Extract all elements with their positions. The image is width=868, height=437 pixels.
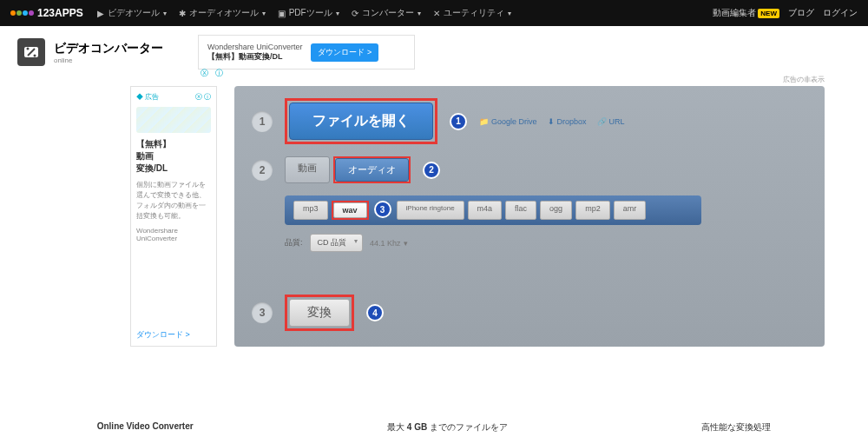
ad-image [136, 107, 211, 133]
annotation-callout-2: 2 [423, 162, 440, 179]
right-nav: 動画編集者 NEW ブログ ログイン [713, 7, 858, 19]
convert-button[interactable]: 変換 [289, 299, 350, 327]
format-flac[interactable]: flac [505, 201, 536, 220]
page-subtitle: online [54, 56, 163, 64]
tab-audio[interactable]: オーディオ [335, 158, 409, 182]
annotation-callout-1: 1 [450, 113, 467, 130]
brand-text: 123APPS [37, 7, 83, 19]
tab-video[interactable]: 動画 [285, 156, 330, 183]
chevron-down-icon: ▾ [262, 10, 266, 17]
chevron-down-icon: ▾ [418, 10, 421, 17]
ad-text: Wondershare UniConverter 【無料】動画変換/DL [207, 43, 302, 63]
logo-dots-icon [10, 10, 34, 16]
ad-brand: Wondershare UniConverter [136, 227, 211, 242]
format-mp2[interactable]: mp2 [575, 201, 610, 220]
nav-utility[interactable]: ✕ ユーティリティ ▾ [433, 7, 511, 19]
converter-panel: 1 ファイルを開く 1 📁 Google Drive ⬇ Dropbox 🔗 U… [234, 86, 825, 347]
google-drive-link[interactable]: 📁 Google Drive [479, 117, 537, 126]
topbar: 123APPS ▶ ビデオツール ▾ ✱ オーディオツール ▾ ▣ PDFツール… [0, 0, 868, 26]
footer-performance: 高性能な変換処理 [701, 421, 771, 434]
open-file-button[interactable]: ファイルを開く [289, 103, 433, 140]
nav-pdf-tools[interactable]: ▣ PDFツール ▾ [278, 7, 339, 19]
media-type-tabs: 動画 オーディオ [285, 156, 411, 183]
chevron-down-icon: ▾ [508, 10, 511, 17]
chevron-down-icon: ▾ [163, 10, 167, 17]
app-icon [17, 38, 45, 66]
url-link[interactable]: 🔗 URL [597, 117, 625, 126]
annotation-callout-4: 4 [366, 304, 384, 321]
nav-login[interactable]: ログイン [823, 7, 858, 19]
annotation-box-1: ファイルを開く [285, 98, 437, 144]
format-ringtone[interactable]: iPhone ringtone [397, 201, 464, 220]
svg-point-1 [27, 48, 30, 50]
page-title: ビデオコンバーター [54, 41, 163, 56]
nav-video-editor[interactable]: 動画編集者 NEW [713, 7, 779, 19]
ad-disclaimer-link[interactable]: 広告の非表示 [17, 75, 825, 84]
quality-select[interactable]: CD 品質 [310, 234, 364, 252]
footer: Online Video Converter 最大 4 GB までのファイルをア… [0, 421, 868, 434]
format-ogg[interactable]: ogg [540, 201, 572, 220]
frequency-display: 44.1 Khz ▾ [370, 239, 408, 248]
step-2: 2 動画 オーディオ 2 [252, 156, 807, 183]
footer-filesize: 最大 4 GB までのファイルをア [387, 421, 508, 434]
format-m4a[interactable]: m4a [468, 201, 503, 220]
cloud-source-links: 📁 Google Drive ⬇ Dropbox 🔗 URL [479, 117, 625, 126]
quality-label: 品質: [285, 237, 303, 248]
nav-converter[interactable]: ⟳ コンバーター ▾ [352, 7, 421, 19]
annotation-box-4: 変換 [285, 295, 354, 331]
ad-download-link[interactable]: ダウンロード > [136, 329, 211, 341]
brand-logo[interactable]: 123APPS [10, 7, 83, 19]
dropbox-link[interactable]: ⬇ Dropbox [548, 117, 587, 126]
horizontal-ad[interactable]: Wondershare UniConverter 【無料】動画変換/DL ダウン… [198, 35, 415, 70]
annotation-box-2: オーディオ [333, 156, 411, 183]
format-wav[interactable]: wav [333, 202, 367, 218]
format-selector: mp3 wav 3 iPhone ringtone m4a flac ogg m… [285, 195, 701, 225]
ad-close-icon[interactable]: ⓧ [201, 68, 208, 79]
ad-info-icon[interactable]: ⓘ [204, 93, 211, 101]
ad-close-icon[interactable]: ⓧ [195, 93, 202, 101]
format-amr[interactable]: amr [614, 201, 647, 220]
nav-video-tools[interactable]: ▶ ビデオツール ▾ [97, 7, 167, 19]
step-number-2: 2 [252, 160, 273, 181]
step-number-3: 3 [252, 302, 273, 323]
chevron-down-icon: ▾ [336, 10, 339, 17]
svg-point-2 [34, 55, 36, 57]
annotation-box-3: wav [332, 201, 369, 220]
ad-controls: ⓧ ⓘ [201, 68, 223, 79]
ad-brand-icon: ◆ 広告 [136, 92, 159, 102]
nav-blog[interactable]: ブログ [788, 7, 814, 19]
new-badge: NEW [758, 9, 779, 18]
page-header: ビデオコンバーター online Wondershare UniConverte… [17, 35, 851, 70]
step-1: 1 ファイルを開く 1 📁 Google Drive ⬇ Dropbox 🔗 U… [252, 98, 807, 144]
nav-audio-tools[interactable]: ✱ オーディオツール ▾ [179, 7, 266, 19]
chevron-down-icon[interactable]: ▾ [404, 239, 408, 248]
ad-headline: 【無料】 動画 変換/DL [136, 138, 211, 175]
ad-download-button[interactable]: ダウンロード > [311, 43, 378, 62]
format-mp3[interactable]: mp3 [293, 201, 328, 220]
footer-title: Online Video Converter [97, 421, 194, 434]
annotation-callout-3: 3 [374, 201, 391, 218]
sidebar-ad[interactable]: ◆ 広告ⓧ ⓘ 【無料】 動画 変換/DL 個別に動画ファイルを選んで変換できる… [130, 86, 217, 347]
main-nav: ▶ ビデオツール ▾ ✱ オーディオツール ▾ ▣ PDFツール ▾ ⟳ コンバ… [97, 7, 511, 19]
step-3: 3 変換 4 [252, 295, 807, 331]
step-number-1: 1 [252, 111, 273, 132]
ad-description: 個別に動画ファイルを選んで変換できる他、フォルダ内の動画を一括変換も可能。 [136, 180, 211, 222]
quality-row: 品質: CD 品質 44.1 Khz ▾ [285, 234, 807, 252]
ad-info-icon[interactable]: ⓘ [215, 68, 223, 79]
